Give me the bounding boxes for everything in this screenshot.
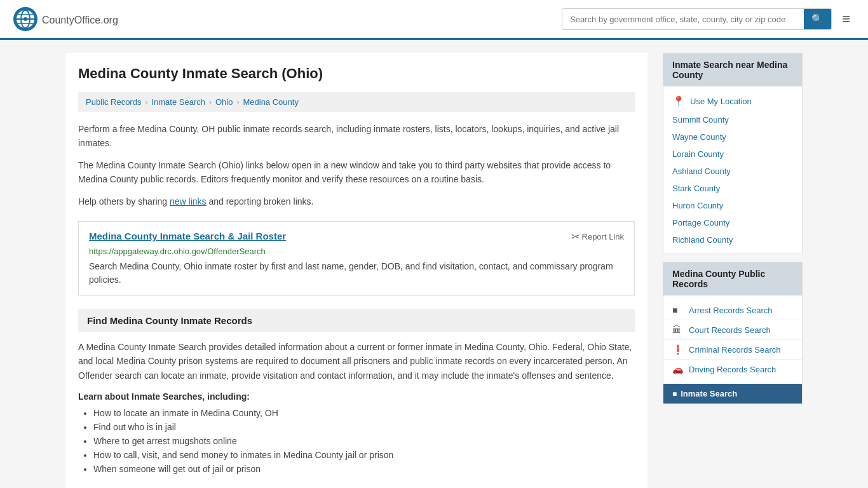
- sidebar-item-wayne[interactable]: Wayne County: [663, 128, 802, 146]
- sidebar-item-portage[interactable]: Portage County: [663, 214, 802, 231]
- criminal-icon: ❗: [672, 344, 684, 355]
- report-icon: ✂: [571, 231, 580, 243]
- sidebar-pr-court[interactable]: 🏛 Court Records Search: [663, 320, 802, 340]
- arrest-icon: ■: [672, 305, 684, 315]
- description: Perform a free Medina County, OH public …: [78, 122, 635, 208]
- sidebar-item-richland[interactable]: Richland County: [663, 231, 802, 248]
- search-button[interactable]: 🔍: [804, 9, 831, 29]
- logo-icon: [13, 6, 38, 32]
- list-item: How to locate an inmate in Medina County…: [93, 408, 635, 418]
- page-container: Medina County Inmate Search (Ohio) Publi…: [53, 40, 815, 488]
- breadcrumb-public-records[interactable]: Public Records: [86, 97, 141, 107]
- sidebar: Inmate Search near Medina County 📍 Use M…: [663, 53, 803, 488]
- sidebar-public-records-section: Medina County Public Records ■ Arrest Re…: [663, 262, 803, 404]
- resource-title-link[interactable]: Medina County Inmate Search & Jail Roste…: [89, 231, 286, 241]
- search-input[interactable]: [562, 10, 804, 29]
- resource-url: https://appgateway.drc.ohio.gov/Offender…: [89, 247, 624, 256]
- breadcrumb: Public Records › Inmate Search › Ohio › …: [78, 92, 635, 112]
- sidebar-item-ashland[interactable]: Ashland County: [663, 163, 802, 180]
- sidebar-pr-header: Medina County Public Records: [663, 262, 802, 295]
- sidebar-pr-driving[interactable]: 🚗 Driving Records Search: [663, 360, 802, 379]
- desc-para-1: Perform a free Medina County, OH public …: [78, 122, 635, 151]
- criminal-records-link[interactable]: Criminal Records Search: [689, 345, 781, 355]
- desc-para-2: The Medina County Inmate Search (Ohio) l…: [78, 158, 635, 187]
- bullet-list: How to locate an inmate in Medina County…: [78, 408, 635, 474]
- sep3: ›: [236, 98, 239, 107]
- list-item: Find out who is in jail: [93, 422, 635, 432]
- learn-title: Learn about Inmate Searches, including:: [78, 391, 635, 402]
- sidebar-inmate-header: Inmate Search near Medina County: [663, 53, 802, 86]
- stark-county-link[interactable]: Stark County: [672, 184, 720, 193]
- arrest-records-link[interactable]: Arrest Records Search: [689, 306, 773, 315]
- new-links-link[interactable]: new links: [170, 196, 207, 207]
- sep2: ›: [209, 98, 212, 107]
- report-label: Report Link: [582, 232, 624, 241]
- sidebar-inmate-section: Inmate Search near Medina County 📍 Use M…: [663, 53, 803, 254]
- list-item: When someone will get out of jail or pri…: [93, 464, 635, 474]
- logo-text: CountyOffice.org: [42, 12, 118, 27]
- huron-county-link[interactable]: Huron County: [672, 201, 723, 210]
- court-icon: 🏛: [672, 325, 684, 335]
- wayne-county-link[interactable]: Wayne County: [672, 132, 726, 142]
- breadcrumb-medina-county[interactable]: Medina County: [243, 97, 298, 107]
- svg-point-6: [24, 17, 27, 21]
- sep1: ›: [145, 98, 147, 107]
- sidebar-item-stark[interactable]: Stark County: [663, 180, 802, 197]
- search-bar: 🔍: [562, 8, 832, 30]
- menu-button[interactable]: ≡: [837, 8, 855, 30]
- find-section-title: Find Medina County Inmate Records: [87, 315, 252, 326]
- resource-card: Medina County Inmate Search & Jail Roste…: [78, 221, 635, 296]
- report-link[interactable]: ✂ Report Link: [571, 231, 624, 243]
- sidebar-item-summit[interactable]: Summit County: [663, 111, 802, 128]
- lorain-county-link[interactable]: Lorain County: [672, 149, 724, 159]
- list-item: Where to get arrest mugshots online: [93, 436, 635, 446]
- breadcrumb-ohio[interactable]: Ohio: [215, 97, 233, 107]
- inmate-search-bottom-link[interactable]: Inmate Search: [681, 389, 737, 398]
- header: CountyOffice.org 🔍 ≡: [0, 0, 868, 40]
- breadcrumb-inmate-search[interactable]: Inmate Search: [151, 97, 205, 107]
- find-section-body: A Medina County Inmate Search provides d…: [78, 340, 635, 383]
- sidebar-item-huron[interactable]: Huron County: [663, 197, 802, 214]
- use-my-location-link[interactable]: Use My Location: [690, 97, 752, 106]
- portage-county-link[interactable]: Portage County: [672, 218, 729, 227]
- inmate-bottom-icon: ■: [672, 390, 677, 398]
- main-content: Medina County Inmate Search (Ohio) Publi…: [65, 53, 648, 488]
- sidebar-item-lorain[interactable]: Lorain County: [663, 146, 802, 163]
- header-right: 🔍 ≡: [562, 8, 855, 30]
- sidebar-pr-arrest[interactable]: ■ Arrest Records Search: [663, 301, 802, 320]
- resource-description: Search Medina County, Ohio inmate roster…: [89, 260, 624, 287]
- driving-icon: 🚗: [672, 364, 684, 374]
- logo[interactable]: CountyOffice.org: [13, 6, 118, 32]
- sidebar-inmate-links: 📍 Use My Location Summit County Wayne Co…: [663, 86, 802, 254]
- court-records-link[interactable]: Court Records Search: [689, 325, 771, 335]
- ashland-county-link[interactable]: Ashland County: [672, 166, 731, 176]
- page-title: Medina County Inmate Search (Ohio): [78, 65, 635, 82]
- list-item: How to call, visit, and send money to in…: [93, 450, 635, 460]
- find-section-header: Find Medina County Inmate Records: [78, 309, 635, 332]
- sidebar-pr-inmate-bottom[interactable]: ■ Inmate Search: [663, 384, 802, 403]
- desc-para-3: Help others by sharing new links and rep…: [78, 194, 635, 208]
- sidebar-pr-criminal[interactable]: ❗ Criminal Records Search: [663, 340, 802, 360]
- driving-records-link[interactable]: Driving Records Search: [689, 365, 776, 374]
- summit-county-link[interactable]: Summit County: [672, 115, 729, 125]
- richland-county-link[interactable]: Richland County: [672, 235, 733, 245]
- sidebar-pr-links: ■ Arrest Records Search 🏛 Court Records …: [663, 295, 802, 384]
- use-my-location-item[interactable]: 📍 Use My Location: [663, 92, 802, 111]
- resource-card-header: Medina County Inmate Search & Jail Roste…: [89, 231, 624, 243]
- location-icon: 📍: [672, 95, 685, 107]
